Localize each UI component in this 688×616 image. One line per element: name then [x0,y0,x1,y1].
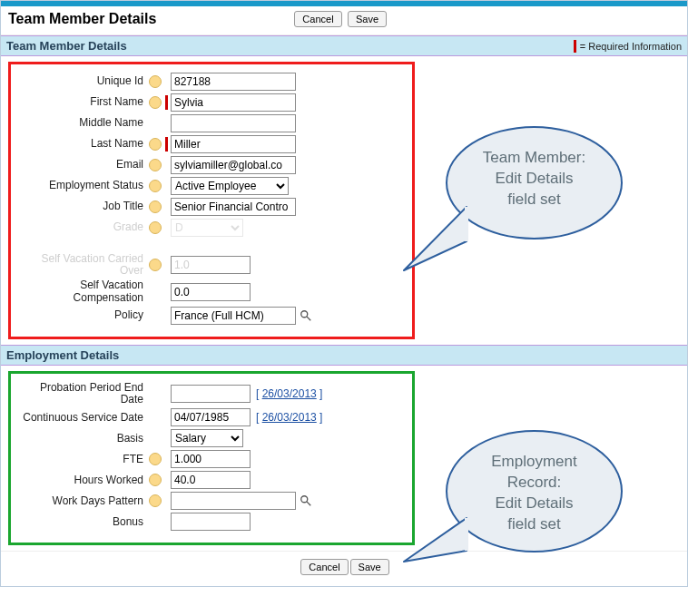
help-icon[interactable] [149,138,162,151]
section-team-member-title: Team Member Details [6,39,127,53]
svg-line-1 [307,317,310,320]
label-workdays: Work Days Pattern [16,495,145,507]
svg-line-3 [307,502,310,505]
policy-input[interactable] [171,307,296,325]
save-button[interactable]: Save [348,11,387,27]
email-input[interactable] [171,156,296,174]
continuous-service-input[interactable] [171,408,251,426]
cancel-button[interactable]: Cancel [300,559,348,575]
bonus-input[interactable] [171,513,251,531]
job-title-input[interactable] [171,198,296,216]
probation-end-input[interactable] [171,385,251,403]
label-last-name: Last Name [16,138,145,150]
label-basis: Basis [16,433,145,445]
callout-tail-icon [398,516,471,580]
employment-fieldset: Probation Period End Date [ 26/03/2013 ]… [8,371,415,545]
required-info-note: = Required Information [574,40,682,53]
callout-tail-icon [398,196,471,278]
lookup-icon[interactable] [298,308,314,324]
callout-employment: Employment Record: Edit Details field se… [446,430,623,552]
self-vac-comp-input[interactable] [171,283,251,301]
help-icon[interactable] [149,200,162,213]
label-bonus: Bonus [16,516,145,528]
help-icon[interactable] [149,96,162,109]
cancel-button[interactable]: Cancel [294,11,341,27]
help-icon[interactable] [149,453,162,465]
label-probation-end: Probation Period End Date [16,382,145,406]
page-title: Team Member Details [8,11,156,27]
hours-worked-input[interactable] [171,471,251,489]
help-icon[interactable] [149,159,162,171]
help-icon[interactable] [149,474,162,486]
middle-name-input[interactable] [171,114,296,132]
grade-select: D [171,219,243,237]
label-job-title: Job Title [16,200,145,212]
label-continuous-service: Continuous Service Date [16,412,145,424]
page-footer: Cancel Save [1,551,687,586]
section-employment-title: Employment Details [6,348,119,362]
label-self-vac-comp: Self Vacation Compensation [16,279,145,303]
callout-team-member: Team Member: Edit Details field set [446,126,623,240]
label-email: Email [16,159,145,171]
self-vac-carried-input [171,256,251,274]
label-policy: Policy [16,309,145,321]
section-employment-bar: Employment Details [1,345,687,366]
help-icon[interactable] [149,75,162,88]
team-member-fieldset: Unique Id First Name Middle Name Last Na… [8,62,415,339]
label-employment-status: Employment Status [16,180,145,191]
label-first-name: First Name [16,96,145,108]
basis-select[interactable]: Salary [171,429,243,447]
label-unique-id: Unique Id [16,75,145,87]
help-icon[interactable] [149,494,162,507]
first-name-input[interactable] [171,93,296,112]
required-bar-icon [165,95,168,110]
label-grade: Grade [16,221,145,233]
date-picker-link[interactable]: [ 26/03/2013 ] [256,411,322,424]
required-bar-icon [574,40,576,53]
help-icon[interactable] [149,180,162,192]
svg-point-2 [301,496,308,503]
date-picker-link[interactable]: [ 26/03/2013 ] [256,387,322,400]
unique-id-input[interactable] [171,73,296,91]
required-bar-icon [165,137,168,152]
label-hours-worked: Hours Worked [16,474,145,486]
label-fte: FTE [16,454,145,465]
label-middle-name: Middle Name [16,117,145,129]
help-icon[interactable] [149,259,162,271]
fte-input[interactable] [171,450,251,468]
page-header: Team Member Details Cancel Save [1,6,687,35]
workdays-input[interactable] [171,492,296,510]
employment-status-select[interactable]: Active Employee [171,177,289,195]
lookup-icon[interactable] [298,493,314,509]
label-self-vac-carried: Self Vacation Carried Over [16,253,145,277]
save-button[interactable]: Save [350,559,389,575]
svg-point-0 [301,311,308,318]
help-icon[interactable] [149,221,162,234]
section-team-member-bar: Team Member Details = Required Informati… [1,35,687,56]
last-name-input[interactable] [171,135,296,153]
